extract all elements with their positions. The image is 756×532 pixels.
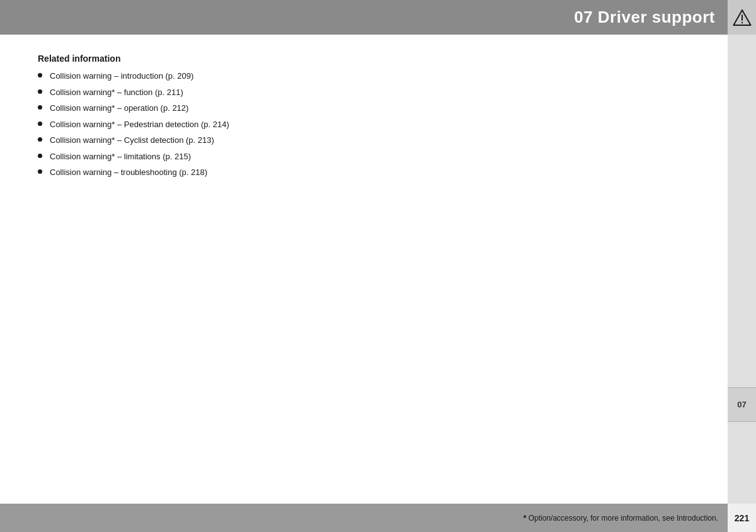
bullet-item-text: Collision warning* – function (p. 211)	[50, 86, 183, 99]
bullet-dot	[38, 122, 42, 126]
bullet-item-text: Collision warning* – operation (p. 212)	[50, 102, 188, 115]
list-item: Collision warning* – operation (p. 212)	[38, 102, 690, 115]
list-item: Collision warning* – Cyclist detection (…	[38, 134, 690, 147]
svg-point-2	[741, 21, 742, 23]
header-bar: 07 Driver support	[0, 0, 728, 35]
list-item: Collision warning – troubleshooting (p. …	[38, 166, 690, 179]
right-sidebar: 07	[728, 35, 756, 504]
footer-bar: * Option/accessory, for more information…	[0, 504, 728, 532]
bullet-item-text: Collision warning – introduction (p. 209…	[50, 70, 193, 82]
footer-text: * Option/accessory, for more information…	[524, 514, 718, 523]
bullet-dot	[38, 154, 42, 158]
footnote-text: Option/accessory, for more information, …	[526, 514, 718, 523]
bullet-dot	[38, 137, 42, 142]
list-item: Collision warning – introduction (p. 209…	[38, 70, 690, 82]
bullet-dot	[38, 73, 42, 77]
bullet-item-text: Collision warning* – Cyclist detection (…	[50, 134, 214, 147]
list-item: Collision warning* – Pedestrian detectio…	[38, 118, 690, 131]
bullet-item-text: Collision warning – troubleshooting (p. …	[50, 166, 207, 179]
bullet-item-text: Collision warning* – Pedestrian detectio…	[50, 118, 229, 131]
list-item: Collision warning* – limitations (p. 215…	[38, 150, 690, 163]
warning-icon-container	[728, 0, 756, 35]
page-number-box: 221	[728, 504, 756, 532]
content-area: Related information Collision warning – …	[0, 35, 728, 504]
bullet-dot	[38, 169, 42, 174]
list-item: Collision warning* – function (p. 211)	[38, 86, 690, 99]
chapter-number: 07	[737, 400, 746, 409]
bullet-item-text: Collision warning* – limitations (p. 215…	[50, 150, 191, 163]
warning-triangle-icon	[732, 8, 752, 28]
bullet-dot	[38, 89, 42, 94]
bullet-dot	[38, 105, 42, 110]
chapter-tab: 07	[728, 387, 756, 422]
page-number: 221	[735, 513, 749, 523]
bullet-list: Collision warning – introduction (p. 209…	[38, 70, 690, 179]
related-info-heading: Related information	[38, 54, 690, 64]
page-title: 07 Driver support	[574, 8, 715, 27]
